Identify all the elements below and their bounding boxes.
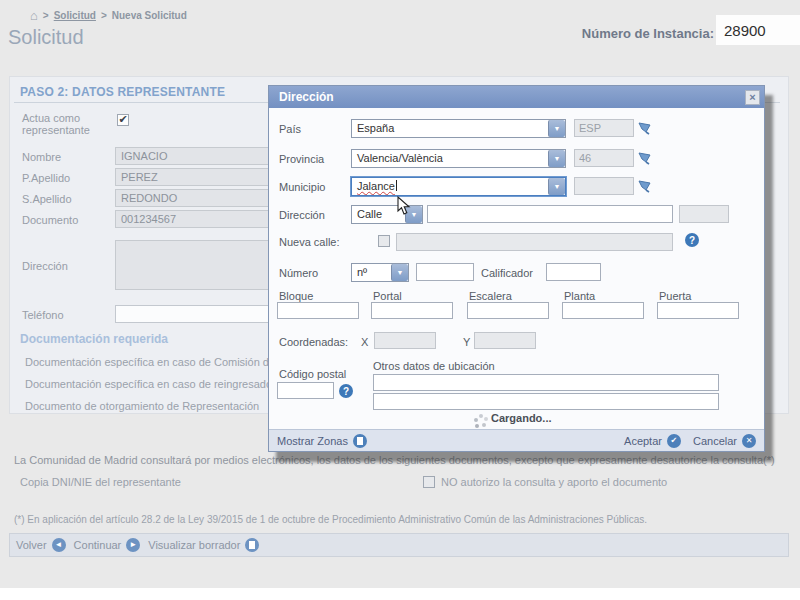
s-apellido-label: S.Apellido [22,193,72,205]
volver-button[interactable]: Volver ◄ [16,538,66,552]
zones-document-icon [353,434,367,448]
otros-datos-input-2[interactable] [373,393,719,410]
codigo-postal-label: Código postal [279,368,346,380]
nueva-calle-label: Nueva calle: [279,236,340,248]
coord-y-input [474,332,536,349]
municipio-code-input [574,177,634,195]
numero-tipo-select[interactable]: nº ▼ [351,263,409,282]
loading-spinner-icon [474,418,478,422]
home-icon[interactable]: ⌂ [30,11,38,21]
dialog-titlebar[interactable]: Dirección × [269,86,764,108]
via-code-input [679,205,729,223]
direccion-dialog: Dirección × País España ▼ Provincia Vale… [268,85,765,452]
coord-x-input [374,332,436,349]
wizard-navbar: Volver ◄ Continuar ► Visualizar borrador [9,533,789,557]
cancelar-button[interactable]: Cancelar ✕ [693,434,756,448]
help-icon[interactable]: ? [339,384,353,398]
coordenadas-label: Coordenadas: [279,336,348,348]
provincia-code-input [574,149,634,167]
mouse-cursor [397,196,411,216]
calificador-label: Calificador [481,267,533,279]
legal-footnote: (*) En aplicación del artículo 28.2 de l… [14,514,647,525]
municipio-combo-input[interactable]: Jalance ▼ [351,177,566,196]
no-autorizo-label: NO autorizo la consulta y aporto el docu… [441,476,667,488]
help-icon[interactable]: ? [685,233,699,247]
no-autorizo-checkbox[interactable] [423,476,435,488]
bottom-band [0,588,800,600]
pais-selected-value: España [352,120,548,137]
numero-tipo-selected-value: nº [352,264,391,281]
forward-arrow-icon: ► [126,538,140,552]
numero-input[interactable] [416,263,474,281]
consent-text: La Comunidad de Madrid consultará por me… [14,454,794,466]
puerta-label: Puerta [659,290,691,302]
continuar-button[interactable]: Continuar ► [74,538,141,552]
back-arrow-icon: ◄ [52,538,66,552]
actua-checkbox[interactable] [117,114,129,126]
escalera-label: Escalera [469,290,512,302]
mostrar-zonas-label: Mostrar Zonas [277,435,348,447]
lookup-icon[interactable] [637,149,653,165]
codigo-postal-input[interactable] [277,382,334,399]
via-nombre-input[interactable] [427,205,673,223]
escalera-input[interactable] [467,302,549,319]
dialog-title: Dirección [279,90,745,104]
copia-dni-label: Copia DNI/NIE del representante [20,476,181,488]
dialog-footer: Mostrar Zonas Aceptar ✔ Cancelar ✕ [269,429,764,451]
portal-label: Portal [373,290,402,302]
chevron-down-icon[interactable]: ▼ [548,120,565,137]
pais-label: País [279,123,301,135]
mostrar-zonas-button[interactable]: Mostrar Zonas [277,434,367,448]
chevron-down-icon[interactable]: ▼ [548,178,565,195]
cancelar-label: Cancelar [693,435,737,447]
aceptar-label: Aceptar [624,435,662,447]
close-icon[interactable]: × [745,90,760,105]
instance-number-value: 28900 [716,15,800,45]
application-window: ⌂ > Solicitud > Nueva Solicitud Solicitu… [0,0,800,600]
tipo-via-select[interactable]: Calle ▼ [351,205,423,224]
breadcrumb-separator: > [101,10,107,21]
section-title: PASO 2: DATOS REPRESENTANTE [20,85,225,99]
bloque-label: Bloque [279,290,313,302]
continuar-label: Continuar [74,539,122,551]
chevron-down-icon[interactable]: ▼ [548,150,565,167]
instance-number-label: Número de Instancia: [582,26,714,41]
breadcrumb-separator: > [43,10,49,21]
direccion-bg-label: Dirección [22,260,68,272]
nueva-calle-checkbox[interactable] [378,235,390,247]
planta-input[interactable] [562,302,644,319]
coord-y-label: Y [463,336,470,348]
actua-label: Actua como representante [22,112,107,136]
direccion-row-label: Dirección [279,209,325,221]
docs-section-title: Documentación requerida [20,332,168,346]
municipio-label: Municipio [279,181,325,193]
check-icon: ✔ [667,434,681,448]
text-caret [396,180,397,191]
breadcrumb-link-solicitud[interactable]: Solicitud [54,10,96,21]
lookup-icon[interactable] [637,119,653,135]
chevron-down-icon[interactable]: ▼ [391,264,408,281]
volver-label: Volver [16,539,47,551]
documento-label: Documento [22,214,78,226]
calificador-input[interactable] [546,263,601,281]
pais-code-input [574,119,634,137]
aceptar-button[interactable]: Aceptar ✔ [624,434,681,448]
planta-label: Planta [564,290,595,302]
nombre-label: Nombre [22,151,61,163]
p-apellido-label: P.Apellido [22,172,70,184]
numero-label: Número [279,267,318,279]
lookup-icon[interactable] [637,177,653,193]
provincia-select[interactable]: Valencia/València ▼ [351,149,566,168]
visualizar-label: Visualizar borrador [148,539,240,551]
breadcrumb: ⌂ > Solicitud > Nueva Solicitud [30,10,187,21]
bloque-input[interactable] [277,302,359,319]
visualizar-borrador-button[interactable]: Visualizar borrador [148,538,259,552]
breadcrumb-current: Nueva Solicitud [112,10,187,21]
puerta-input[interactable] [657,302,739,319]
page-title: Solicitud [8,26,84,49]
pais-select[interactable]: España ▼ [351,119,566,138]
portal-input[interactable] [371,302,453,319]
provincia-selected-value: Valencia/València [352,150,548,167]
otros-datos-input-1[interactable] [373,374,719,391]
loading-text: Cargando... [491,412,552,424]
